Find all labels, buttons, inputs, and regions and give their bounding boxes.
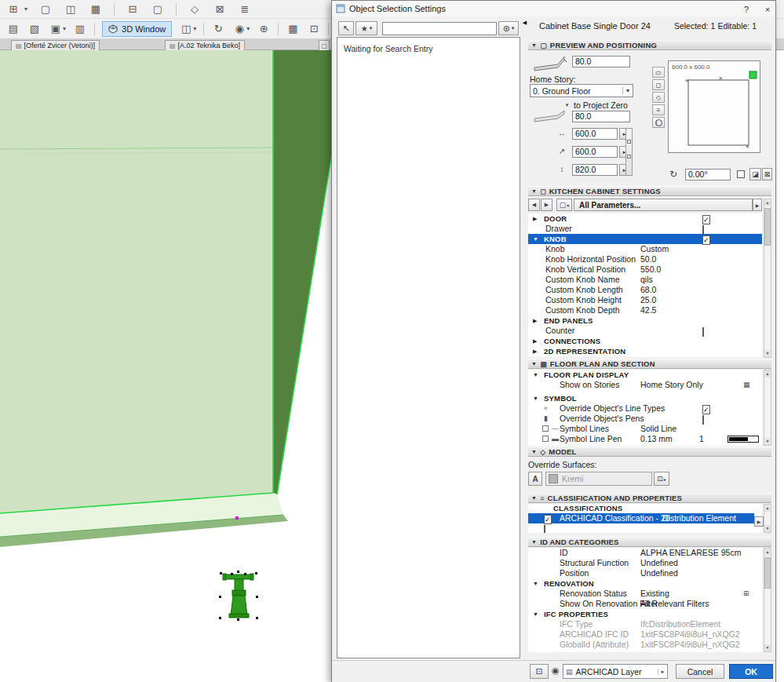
structural-function-row[interactable]: Structural Function Undefined xyxy=(528,558,762,568)
row-value[interactable]: Existing xyxy=(640,589,669,599)
info-button[interactable]: i xyxy=(652,117,665,128)
param-forward-button[interactable]: ▶ xyxy=(753,199,762,211)
subheader-ifc-properties[interactable]: ▼ IFC PROPERTIES xyxy=(528,609,762,619)
mirror-checkbox[interactable] xyxy=(737,170,745,178)
section-tool-icon[interactable]: ◫ xyxy=(179,24,193,34)
symbol-pen-checkbox[interactable] xyxy=(542,436,549,442)
classification-checkbox[interactable] xyxy=(544,525,545,533)
new-file-icon[interactable]: ▤ xyxy=(6,24,20,34)
row-value[interactable]: Solid Line xyxy=(640,424,676,434)
section-floor-plan[interactable]: ▼ ▦ FLOOR PLAN AND SECTION xyxy=(528,359,771,369)
subheader-floor-plan-display[interactable]: ▼ FLOOR PLAN DISPLAY xyxy=(528,370,762,380)
mirror-button[interactable]: ◪ xyxy=(749,168,761,181)
grid-tool-icon[interactable]: ▦ xyxy=(89,4,103,14)
depth-field[interactable]: 600.0 xyxy=(572,146,618,158)
orbit-icon[interactable]: ↻ xyxy=(211,24,225,34)
subheader-symbol[interactable]: ▼ SYMBOL xyxy=(528,393,762,403)
param-row-door[interactable]: ▶ DOOR ✓ xyxy=(528,213,762,224)
expand-icon[interactable]: ▶ xyxy=(533,213,537,224)
param-row-counter[interactable]: Counter xyxy=(528,326,762,336)
zoom-icon[interactable]: ⊕ xyxy=(257,24,271,34)
param-row[interactable]: Custom Knob Length 68.0 xyxy=(528,285,762,295)
surface-override-field[interactable]: Kremi xyxy=(545,472,652,486)
front-view-button[interactable]: ◻ xyxy=(652,79,665,90)
scroll-thumb[interactable] xyxy=(764,557,771,589)
collapse-icon[interactable]: ▼ xyxy=(533,393,538,403)
chain-link-control[interactable] xyxy=(625,128,633,176)
rotation-angle-field[interactable]: 0.00° xyxy=(685,169,731,181)
param-row[interactable]: Custom Knob Depth 42.5 xyxy=(528,305,762,315)
section-classification[interactable]: ▼ ≡ CLASSIFICATION AND PROPERTIES xyxy=(528,493,771,503)
snap-tool-icon[interactable]: ⊠ xyxy=(213,4,227,14)
classification-row-selected[interactable]: ✓ ARCHICAD Classification - 20 Distribut… xyxy=(528,513,754,523)
section-model[interactable]: ▼ ◇ MODEL xyxy=(528,447,771,457)
object-preview-pane[interactable]: 600.0 x 600.0 × × × xyxy=(668,60,760,153)
collapse-icon[interactable]: ▼ xyxy=(533,234,538,244)
height-field[interactable]: 820.0 xyxy=(572,164,618,176)
position-row[interactable]: Position Undefined xyxy=(528,568,762,578)
ok-button[interactable]: OK xyxy=(729,664,773,679)
param-row[interactable]: Knob Horizontal Position 50.0 xyxy=(528,254,762,264)
measure-tool-icon[interactable]: ≣ xyxy=(238,4,252,14)
scroll-up-icon[interactable]: ▲ xyxy=(764,370,771,377)
param-value[interactable]: 50.0 xyxy=(640,254,656,264)
scroll-down-icon[interactable]: ▼ xyxy=(764,525,771,532)
scroll-up-icon[interactable]: ▲ xyxy=(764,549,771,556)
open-file-icon[interactable]: ▧ xyxy=(27,24,42,34)
chevron-down-icon[interactable]: ▾ xyxy=(24,5,27,13)
favorites-button[interactable]: ★ ▾ xyxy=(356,21,377,35)
dialog-title-bar[interactable]: Object Selection Settings xyxy=(332,1,775,16)
eye-icon[interactable]: ◉ xyxy=(552,666,560,676)
param-row[interactable]: Knob Vertical Position 550.0 xyxy=(528,264,762,275)
anchor-label[interactable]: to Project Zero xyxy=(574,100,628,110)
look-icon[interactable]: ⊡ xyxy=(307,24,321,34)
param-value[interactable]: qils xyxy=(640,275,653,285)
symbol-lines-row[interactable]: — Symbol Lines Solid Line xyxy=(528,424,762,434)
elevation-field[interactable]: 80.0 xyxy=(572,111,630,122)
chevron-down-icon[interactable]: ▾ xyxy=(193,25,196,32)
collapse-panel-button[interactable]: ◀ xyxy=(521,17,528,28)
pick-element-button[interactable]: ↖ xyxy=(338,21,354,35)
scroll-down-icon[interactable]: ▼ xyxy=(764,438,771,445)
expand-icon[interactable]: ▶ xyxy=(533,336,537,346)
param-row[interactable]: Custom Knob Height 25.0 xyxy=(528,295,762,305)
param-value[interactable]: 68.0 xyxy=(640,285,656,295)
tab-teknika-beko[interactable]: ▤ [A.02 Teknika Beko] xyxy=(165,40,245,50)
show-on-stories-row[interactable]: Show on Stories Home Story Only ▦ xyxy=(528,380,762,390)
chevron-down-icon[interactable]: ▾ xyxy=(246,25,250,32)
scroll-down-icon[interactable]: ▼ xyxy=(764,350,771,357)
all-parameters-dropdown[interactable]: All Parameters... xyxy=(574,199,753,211)
3d-viewport[interactable] xyxy=(0,50,331,682)
floorplan-scrollbar[interactable]: ▲ ▼ xyxy=(764,370,771,446)
3d-window-button[interactable]: 3D Window xyxy=(102,21,172,37)
surface-picker-button[interactable]: ⊡ ▸ xyxy=(654,472,669,486)
override-pens-row[interactable]: ▮ Override Object's Pens xyxy=(528,414,762,424)
row-value[interactable]: Undefined xyxy=(640,568,678,578)
marquee-tool-icon[interactable]: ▢ xyxy=(38,4,53,14)
explore-icon[interactable]: ◉ xyxy=(232,24,246,34)
walk-icon[interactable]: ▦ xyxy=(286,24,300,34)
param-value[interactable]: 42.5 xyxy=(640,305,656,315)
selection-tool-icon[interactable]: ⊞ xyxy=(6,4,20,14)
search-results-list[interactable]: Waiting for Search Entry xyxy=(337,37,520,658)
anchor-dropdown-button[interactable]: ▾ xyxy=(563,100,571,109)
dashed-box-tool-icon[interactable]: ▢ xyxy=(151,4,165,14)
search-input[interactable] xyxy=(382,22,497,35)
split-view-icon[interactable]: ◫ xyxy=(64,4,78,14)
width-field[interactable]: 600.0 xyxy=(572,128,618,140)
param-row-knob-selected[interactable]: ▼ KNOB ✓ xyxy=(528,234,762,244)
next-page-button[interactable]: ▶ xyxy=(541,199,552,211)
selected-faucet-object[interactable] xyxy=(223,574,253,618)
collapse-icon[interactable]: ▼ xyxy=(533,609,538,619)
param-value[interactable]: Custom xyxy=(640,244,669,254)
classification-scrollbar[interactable]: ▲ ▼ xyxy=(764,504,771,533)
param-value[interactable]: 25.0 xyxy=(640,295,656,305)
collapse-icon[interactable]: ▼ xyxy=(533,578,538,589)
prev-page-button[interactable]: ◀ xyxy=(528,199,540,211)
publish-icon[interactable]: ▥ xyxy=(73,24,87,34)
save-file-icon[interactable]: ▣ xyxy=(49,24,63,34)
override-line-types-row[interactable]: ≈ Override Object's Line Types ✓ xyxy=(528,403,762,414)
row-value[interactable]: Undefined xyxy=(640,558,678,568)
archicad-ifc-id-row[interactable]: ARCHICAD IFC ID 1xitFSC8P4i9i8uH_nXQG2 xyxy=(528,629,762,640)
expand-icon[interactable]: ▶ xyxy=(533,346,537,356)
